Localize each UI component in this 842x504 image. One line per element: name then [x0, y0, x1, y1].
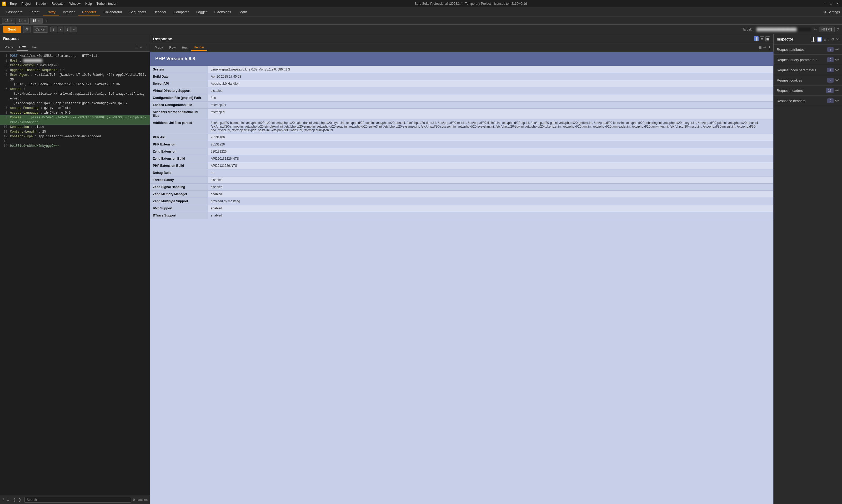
nav-target[interactable]: Target [26, 8, 43, 16]
next-dropdown[interactable]: ▾ [71, 26, 77, 32]
target-input[interactable] [754, 26, 812, 32]
response-title: Response [153, 37, 172, 41]
edit-target-icon[interactable]: ✏ [814, 28, 817, 31]
request-tab-raw[interactable]: Raw [17, 44, 28, 51]
help-icon[interactable]: ? [837, 28, 839, 32]
code-line-9: 9 Cookie : __psess=0c59e1801e9e3b809e c6… [0, 115, 150, 125]
inspector-row-badge: 11 [826, 88, 834, 93]
nav-learn[interactable]: Learn [235, 8, 251, 16]
search-prev-button[interactable]: ❮ [12, 497, 17, 502]
inspector-row[interactable]: Request cookies 2 ❯ [774, 75, 842, 86]
repeater-tabs: 13 × 14 × 15 × + [0, 17, 842, 25]
close-tab-13[interactable]: × [11, 19, 12, 22]
menu-burp[interactable]: Burp [8, 1, 19, 6]
request-tab-hex[interactable]: Hex [29, 44, 40, 50]
menu-intruder[interactable]: Intruder [34, 1, 49, 6]
inspector-sort-icon[interactable]: ↕ [828, 37, 830, 41]
inspector-view-1[interactable]: ▐ [811, 37, 816, 41]
list-icon[interactable]: ☰ [135, 45, 138, 49]
inspector-row[interactable]: Request query parameters 0 ❯ [774, 55, 842, 65]
titlebar: B Burp Project Intruder Repeater Window … [0, 0, 842, 7]
chevron-down-icon: ❯ [835, 68, 839, 72]
response-list-icon[interactable]: ☰ [758, 46, 762, 50]
table-key: Scan this dir for additional .ini files [150, 109, 208, 120]
menu-project[interactable]: Project [19, 1, 33, 6]
inspector-row[interactable]: Request headers 11 ❯ [774, 86, 842, 96]
inspector-row[interactable]: Request body parameters 1 ❯ [774, 65, 842, 75]
inspector-gear-icon[interactable]: ⚙ [831, 37, 835, 41]
nav-dashboard[interactable]: Dashboard [2, 8, 26, 16]
search-help-icon[interactable]: ? [2, 498, 4, 502]
response-tab-pretty[interactable]: Pretty [152, 45, 165, 51]
cancel-button[interactable]: Cancel [33, 26, 48, 33]
inspector-view-2[interactable]: ▇ [817, 37, 822, 41]
request-code-area[interactable]: 1 POST /mall/sms/GetSMSSendStatus.php HT… [0, 52, 150, 495]
search-input[interactable] [24, 497, 131, 503]
inspector-list-icon[interactable]: ☰ [823, 37, 826, 41]
menu-window[interactable]: Window [67, 1, 83, 6]
nav-intruder[interactable]: Intruder [59, 8, 78, 16]
table-key: IPv6 Support [150, 205, 208, 212]
view-single-icon[interactable]: ▣ [766, 36, 770, 41]
http-version-badge[interactable]: HTTP/1 [819, 26, 835, 32]
response-tab-hex[interactable]: Hex [179, 45, 190, 51]
repeater-tab-13[interactable]: 13 × [2, 18, 15, 24]
table-row: Thread Safetydisabled [150, 177, 773, 184]
table-value: /etc/php.d/20-bcmath.ini, /etc/php.d/20-… [208, 120, 773, 134]
window-title: Burp Suite Professional v2023.3.4 - Temp… [119, 2, 823, 5]
menu-turbo[interactable]: Turbo Intruder [94, 1, 119, 6]
wrap-icon[interactable]: ↵ [140, 45, 143, 49]
close-tab-15[interactable]: × [38, 19, 40, 22]
inspector-row[interactable]: Response headers 9 ❯ [774, 96, 842, 106]
nav-proxy[interactable]: Proxy [43, 8, 59, 16]
menu-help[interactable]: Help [83, 1, 94, 6]
prev-dropdown[interactable]: ▾ [58, 26, 64, 32]
nav-repeater[interactable]: Repeater [78, 8, 100, 16]
response-tab-render[interactable]: Render [191, 44, 207, 51]
search-gear-icon[interactable]: ⚙ [6, 498, 10, 502]
settings-gear-icon[interactable]: ⚙ Settings [823, 10, 840, 14]
response-view-icons: ▐ ═ ▣ [754, 36, 770, 41]
table-value: 220131226 [208, 148, 773, 155]
app-icon: B [2, 2, 6, 6]
php-info-table: SystemLinux wepas2.wepas.co.kr 2.6.32-75… [150, 66, 773, 219]
minimize-button[interactable]: – [823, 1, 827, 6]
table-row: Loaded Configuration File/etc/php.ini [150, 102, 773, 109]
inspector-row[interactable]: Request attributes 2 ❯ [774, 44, 842, 55]
settings-icon[interactable]: ⚙ [23, 26, 31, 33]
response-wrap-icon[interactable]: ↵ [763, 46, 766, 50]
close-tab-14[interactable]: × [24, 19, 26, 22]
code-line-4: 4 Upgrade-Insecure-Requests : 1 [0, 68, 150, 73]
table-key: Thread Safety [150, 177, 208, 184]
repeater-tab-14[interactable]: 14 × [16, 18, 29, 24]
send-button[interactable]: Send [3, 26, 21, 33]
add-tab-button[interactable]: + [44, 18, 50, 24]
nav-decoder[interactable]: Decoder [150, 8, 170, 16]
response-tab-raw[interactable]: Raw [166, 45, 178, 51]
table-value: enabled [208, 205, 773, 212]
close-button[interactable]: ✕ [835, 1, 840, 6]
nav-extensions[interactable]: Extensions [211, 8, 235, 16]
nav-sequencer[interactable]: Sequencer [126, 8, 150, 16]
code-line-11: 11 Content-Length : 25 [0, 129, 150, 134]
request-tab-pretty[interactable]: Pretty [2, 44, 16, 50]
inspector-close-icon[interactable]: ✕ [836, 37, 839, 41]
nav-logger[interactable]: Logger [193, 8, 211, 16]
view-split-icon[interactable]: ▐ [754, 36, 758, 41]
search-next-button[interactable]: ❯ [17, 497, 22, 502]
table-key: System [150, 66, 208, 73]
prev-arrow[interactable]: ❮ [50, 26, 57, 32]
code-line-2: 2 Host : ██████████ [0, 58, 150, 63]
nav-comparer[interactable]: Comparer [170, 8, 193, 16]
chevron-down-icon: ❯ [835, 79, 839, 82]
response-more-icon[interactable]: ⋮ [768, 46, 771, 50]
more-icon[interactable]: ⋮ [144, 45, 148, 49]
table-row: PHP Extension BuildAPI20131226,NTS [150, 162, 773, 169]
view-horizontal-icon[interactable]: ═ [760, 36, 764, 41]
repeater-tab-15[interactable]: 15 × [30, 18, 42, 24]
next-arrow[interactable]: ❯ [64, 26, 71, 32]
menu-repeater[interactable]: Repeater [50, 1, 67, 6]
table-value: /etc [208, 94, 773, 102]
maximize-button[interactable]: □ [829, 1, 833, 6]
nav-collaborator[interactable]: Collaborator [100, 8, 126, 16]
